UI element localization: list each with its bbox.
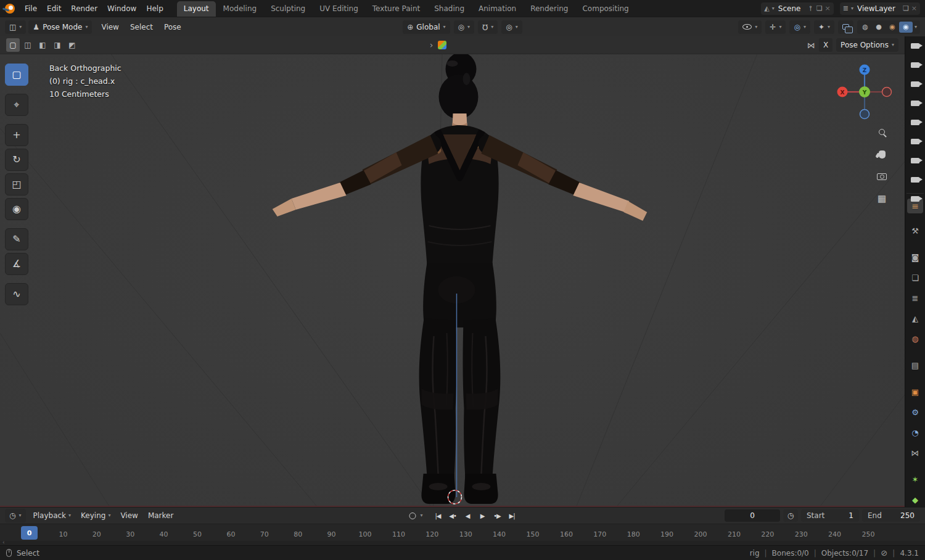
visibility-dropdown[interactable]: ▾ xyxy=(738,20,762,34)
properties-tab-view-layer[interactable]: ≣ xyxy=(907,290,923,305)
frame-start-field[interactable]: Start 1 xyxy=(801,509,859,522)
select-mode-set[interactable]: ▢ xyxy=(6,38,20,52)
editor-type-button[interactable]: ◫ ▾ xyxy=(5,20,26,34)
frame-end-field[interactable]: End 250 xyxy=(862,509,920,522)
workspace-tab-layout[interactable]: Layout xyxy=(177,1,216,17)
menu-edit[interactable]: Edit xyxy=(42,2,66,15)
select-mode-subtract[interactable]: ◧ xyxy=(36,38,49,52)
pose-options-dropdown[interactable]: Pose Options ▾ xyxy=(836,38,898,52)
snap-toggle[interactable]: Ω ▾ xyxy=(478,20,498,34)
auto-keying-toggle[interactable] xyxy=(406,509,418,522)
proportional-editing-toggle[interactable]: ◎ ▾ xyxy=(501,20,522,34)
remove-view-layer-icon[interactable]: × xyxy=(911,5,917,12)
jump-to-end-button[interactable]: ▶| xyxy=(505,509,519,522)
properties-tab-world[interactable]: ◍ xyxy=(907,331,923,346)
chevron-right-icon[interactable]: › xyxy=(430,41,434,49)
gizmos-dropdown[interactable]: ✛ ▾ xyxy=(765,20,786,34)
timeline-menu-marker[interactable]: Marker xyxy=(143,509,178,522)
menu-file[interactable]: File xyxy=(20,2,42,15)
play-button[interactable]: ▶ xyxy=(475,509,490,522)
properties-tab-object[interactable]: ▣ xyxy=(907,384,923,399)
next-keyframe-button[interactable]: •▶ xyxy=(490,509,504,522)
outliner-camera-item[interactable] xyxy=(911,80,919,89)
properties-tab-render[interactable]: ◙ xyxy=(907,250,923,265)
new-scene-icon[interactable]: ❏ xyxy=(816,5,823,12)
tool-select-box[interactable]: ▢ xyxy=(5,64,28,86)
menu-window[interactable]: Window xyxy=(102,2,141,15)
outliner-camera-item[interactable] xyxy=(911,138,919,146)
tool-move[interactable]: + xyxy=(5,124,28,146)
tool-cursor[interactable]: ⌖ xyxy=(5,94,28,116)
playhead[interactable]: 0 xyxy=(21,526,38,540)
character-model[interactable] xyxy=(273,52,648,504)
outliner-camera-item[interactable] xyxy=(911,118,919,127)
timeline-menu-view[interactable]: View xyxy=(115,509,142,522)
timeline-ruler[interactable]: 0 01020304050607080901001101201301401501… xyxy=(0,524,925,541)
zoom-button[interactable] xyxy=(874,124,890,140)
workspace-tab-texture-paint[interactable]: Texture Paint xyxy=(366,1,427,17)
properties-tab-tool[interactable]: ⚒ xyxy=(907,223,923,238)
shading-material-button[interactable]: ◉ xyxy=(886,22,899,33)
outliner-camera-item[interactable] xyxy=(911,176,919,184)
workspace-tab-modeling[interactable]: Modeling xyxy=(216,1,264,17)
properties-tab-constraints[interactable]: ⋈ xyxy=(907,445,923,460)
properties-tab-object-data[interactable]: ✶ xyxy=(907,472,923,487)
viewport-menu-view[interactable]: View xyxy=(96,20,124,34)
viewport-menu-select[interactable]: Select xyxy=(125,20,158,34)
view-layer-selector[interactable]: ≣ ▾ ViewLayer ❏ × xyxy=(840,2,920,15)
outliner-camera-item[interactable] xyxy=(911,42,919,51)
play-reverse-button[interactable]: ◀ xyxy=(461,509,475,522)
viewport-menu-pose[interactable]: Pose xyxy=(158,20,187,34)
shading-wireframe-button[interactable]: ◍ xyxy=(858,22,872,33)
properties-tab-bone[interactable]: ◆ xyxy=(907,492,923,507)
blender-logo-icon[interactable] xyxy=(5,4,15,14)
properties-tab-scene[interactable]: ◭ xyxy=(907,311,923,326)
pivot-point-selector[interactable]: ◎ ▾ xyxy=(454,20,475,34)
properties-tab-modifiers[interactable]: ⚙ xyxy=(907,405,923,419)
chevron-down-icon[interactable]: ▾ xyxy=(915,25,917,30)
transform-orientation-selector[interactable]: ⊕ Global ▾ xyxy=(403,20,450,34)
tool-pose-breakdowner[interactable]: ∿ xyxy=(5,283,28,305)
properties-tab-output[interactable]: ❏ xyxy=(907,270,923,285)
timeline-menu-keying[interactable]: Keying▾ xyxy=(76,509,115,522)
x-mirror-toggle[interactable]: X xyxy=(819,38,832,52)
tool-annotate[interactable]: ✎ xyxy=(5,228,28,250)
tool-rotate[interactable]: ↻ xyxy=(5,149,28,171)
network-offline-icon[interactable]: ⊘ xyxy=(881,548,900,558)
outliner-camera-item[interactable] xyxy=(911,157,919,165)
shading-solid-button[interactable]: ● xyxy=(872,22,886,33)
active-tool-icon[interactable] xyxy=(438,41,446,49)
mode-selector[interactable]: ♟ Pose Mode ▾ xyxy=(28,20,92,34)
tool-measure[interactable]: ∡ xyxy=(5,253,28,275)
outliner-camera-item[interactable] xyxy=(911,99,919,108)
perspective-toggle-button[interactable]: ▦ xyxy=(874,191,890,207)
select-mode-invert[interactable]: ◨ xyxy=(51,38,64,52)
new-view-layer-icon[interactable]: ❏ xyxy=(903,5,909,12)
select-mode-intersect[interactable]: ◩ xyxy=(65,38,79,52)
axis-z-neg-ball[interactable] xyxy=(860,110,870,119)
shading-rendered-button[interactable]: ◉ xyxy=(899,22,913,33)
chevron-down-icon[interactable]: ▾ xyxy=(420,513,422,518)
tool-transform[interactable]: ◉ xyxy=(5,198,28,220)
timeline-editor-type-button[interactable]: ◷ ▾ xyxy=(5,509,26,522)
pin-icon[interactable]: ⊸ xyxy=(808,6,815,11)
navigation-gizmo[interactable]: X Z Y xyxy=(836,64,893,120)
outliner-camera-item[interactable] xyxy=(911,61,919,70)
workspace-tab-rendering[interactable]: Rendering xyxy=(524,1,575,17)
select-mode-extend[interactable]: ◫ xyxy=(21,38,35,52)
previous-keyframe-button[interactable]: ◀• xyxy=(446,509,460,522)
menu-render[interactable]: Render xyxy=(66,2,102,15)
3d-viewport[interactable]: ▢◫◧◨◩ › ⋈ X Pose Options ▾ ▢⌖+↻◰◉✎∡∿ Bac… xyxy=(0,36,905,507)
workspace-tab-shading[interactable]: Shading xyxy=(427,1,471,17)
overlays-dropdown[interactable]: ◎ ▾ xyxy=(789,20,810,34)
workspace-tab-uv-editing[interactable]: UV Editing xyxy=(313,1,365,17)
workspace-tab-animation[interactable]: Animation xyxy=(472,1,523,17)
timeline-scrollbar[interactable]: ‹ xyxy=(0,541,925,545)
timeline-menu-playback[interactable]: Playback▾ xyxy=(28,509,76,522)
properties-tab-collection[interactable]: ▤ xyxy=(907,358,923,373)
camera-view-button[interactable] xyxy=(874,168,890,184)
delete-scene-icon[interactable]: × xyxy=(825,5,831,12)
tool-scale[interactable]: ◰ xyxy=(5,173,28,196)
toggle-xray-button[interactable] xyxy=(838,20,853,34)
scene-selector[interactable]: ◭ ▾ Scene ⊸ ❏ × xyxy=(761,2,833,15)
